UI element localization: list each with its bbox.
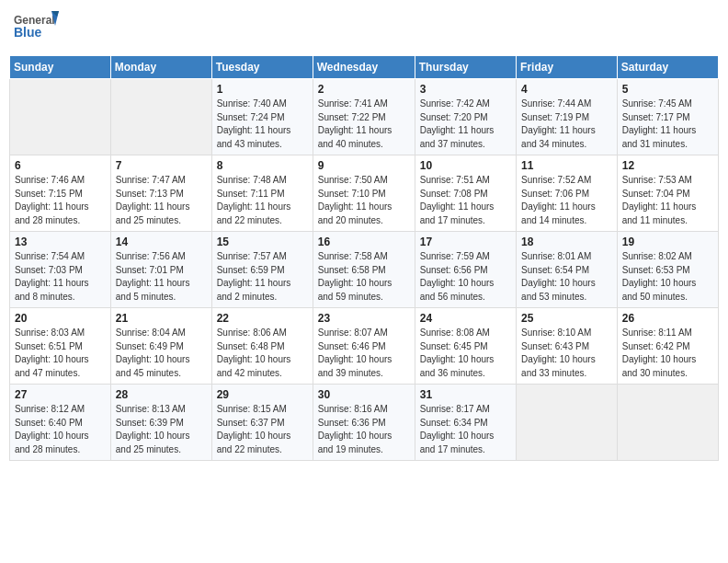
- calendar-week-row: 6Sunrise: 7:46 AMSunset: 7:15 PMDaylight…: [10, 155, 719, 232]
- day-info: Sunrise: 8:15 AMSunset: 6:37 PMDaylight:…: [217, 403, 308, 456]
- day-info: Sunrise: 7:54 AMSunset: 7:03 PMDaylight:…: [15, 250, 106, 304]
- day-number: 24: [420, 312, 511, 325]
- day-number: 18: [521, 236, 612, 248]
- day-info: Sunrise: 8:16 AMSunset: 6:36 PMDaylight:…: [318, 403, 410, 456]
- day-info: Sunrise: 7:56 AMSunset: 7:01 PMDaylight:…: [116, 250, 207, 304]
- calendar-cell: [517, 385, 618, 461]
- calendar-cell: 31Sunrise: 8:17 AMSunset: 6:34 PMDayligh…: [415, 385, 516, 461]
- day-number: 1: [217, 83, 308, 96]
- calendar-cell: [617, 385, 718, 461]
- day-number: 30: [318, 388, 410, 401]
- day-number: 31: [420, 388, 511, 401]
- calendar-cell: 3Sunrise: 7:42 AMSunset: 7:20 PMDaylight…: [415, 79, 516, 155]
- day-info: Sunrise: 8:13 AMSunset: 6:39 PMDaylight:…: [116, 403, 207, 456]
- day-info: Sunrise: 7:47 AMSunset: 7:13 PMDaylight:…: [116, 174, 207, 227]
- day-number: 14: [116, 236, 207, 248]
- day-info: Sunrise: 7:40 AMSunset: 7:24 PMDaylight:…: [217, 98, 308, 151]
- calendar-cell: 1Sunrise: 7:40 AMSunset: 7:24 PMDaylight…: [211, 79, 313, 155]
- calendar-cell: 6Sunrise: 7:46 AMSunset: 7:15 PMDaylight…: [10, 155, 111, 232]
- calendar-cell: 5Sunrise: 7:45 AMSunset: 7:17 PMDaylight…: [617, 79, 718, 155]
- day-number: 19: [622, 236, 713, 248]
- calendar-cell: [10, 79, 111, 155]
- day-number: 5: [622, 83, 713, 96]
- calendar-cell: 14Sunrise: 7:56 AMSunset: 7:01 PMDayligh…: [110, 232, 211, 308]
- day-number: 9: [318, 159, 410, 172]
- weekday-header-saturday: Saturday: [617, 56, 718, 79]
- day-info: Sunrise: 8:04 AMSunset: 6:49 PMDaylight:…: [116, 327, 207, 380]
- day-info: Sunrise: 7:42 AMSunset: 7:20 PMDaylight:…: [420, 98, 511, 151]
- weekday-header-tuesday: Tuesday: [211, 56, 313, 79]
- page-header: General Blue: [9, 9, 719, 48]
- calendar-week-row: 27Sunrise: 8:12 AMSunset: 6:40 PMDayligh…: [10, 385, 719, 461]
- day-number: 12: [622, 159, 713, 172]
- svg-text:Blue: Blue: [14, 25, 42, 40]
- day-info: Sunrise: 8:01 AMSunset: 6:54 PMDaylight:…: [521, 250, 612, 304]
- calendar-cell: 21Sunrise: 8:04 AMSunset: 6:49 PMDayligh…: [110, 308, 211, 385]
- calendar-cell: 12Sunrise: 7:53 AMSunset: 7:04 PMDayligh…: [617, 155, 718, 232]
- day-number: 16: [318, 236, 410, 248]
- day-info: Sunrise: 8:10 AMSunset: 6:43 PMDaylight:…: [521, 327, 612, 380]
- calendar-cell: 19Sunrise: 8:02 AMSunset: 6:53 PMDayligh…: [617, 232, 718, 308]
- calendar-cell: 8Sunrise: 7:48 AMSunset: 7:11 PMDaylight…: [211, 155, 313, 232]
- day-info: Sunrise: 7:59 AMSunset: 6:56 PMDaylight:…: [420, 250, 511, 304]
- day-number: 21: [116, 312, 207, 325]
- day-number: 8: [217, 159, 308, 172]
- calendar-cell: 18Sunrise: 8:01 AMSunset: 6:54 PMDayligh…: [517, 232, 618, 308]
- calendar-cell: 29Sunrise: 8:15 AMSunset: 6:37 PMDayligh…: [211, 385, 313, 461]
- day-info: Sunrise: 7:57 AMSunset: 6:59 PMDaylight:…: [217, 250, 308, 304]
- calendar-cell: 20Sunrise: 8:03 AMSunset: 6:51 PMDayligh…: [10, 308, 111, 385]
- day-info: Sunrise: 7:48 AMSunset: 7:11 PMDaylight:…: [217, 174, 308, 227]
- calendar-week-row: 1Sunrise: 7:40 AMSunset: 7:24 PMDaylight…: [10, 79, 719, 155]
- day-info: Sunrise: 7:41 AMSunset: 7:22 PMDaylight:…: [318, 98, 410, 151]
- calendar-cell: 2Sunrise: 7:41 AMSunset: 7:22 PMDaylight…: [313, 79, 415, 155]
- day-info: Sunrise: 7:44 AMSunset: 7:19 PMDaylight:…: [521, 98, 612, 151]
- day-number: 22: [217, 312, 308, 325]
- calendar-week-row: 13Sunrise: 7:54 AMSunset: 7:03 PMDayligh…: [10, 232, 719, 308]
- day-info: Sunrise: 8:02 AMSunset: 6:53 PMDaylight:…: [622, 250, 713, 304]
- day-number: 2: [318, 83, 410, 96]
- day-info: Sunrise: 8:08 AMSunset: 6:45 PMDaylight:…: [420, 327, 511, 380]
- day-number: 10: [420, 159, 511, 172]
- day-number: 17: [420, 236, 511, 248]
- calendar-cell: 22Sunrise: 8:06 AMSunset: 6:48 PMDayligh…: [211, 308, 313, 385]
- day-info: Sunrise: 7:50 AMSunset: 7:10 PMDaylight:…: [318, 174, 410, 227]
- day-info: Sunrise: 7:51 AMSunset: 7:08 PMDaylight:…: [420, 174, 511, 227]
- weekday-header-sunday: Sunday: [10, 56, 111, 79]
- day-number: 11: [521, 159, 612, 172]
- day-info: Sunrise: 8:06 AMSunset: 6:48 PMDaylight:…: [217, 327, 308, 380]
- day-info: Sunrise: 8:03 AMSunset: 6:51 PMDaylight:…: [15, 327, 106, 380]
- day-number: 27: [15, 388, 106, 401]
- calendar-table: SundayMondayTuesdayWednesdayThursdayFrid…: [9, 55, 719, 461]
- calendar-cell: 7Sunrise: 7:47 AMSunset: 7:13 PMDaylight…: [110, 155, 211, 232]
- calendar-cell: 23Sunrise: 8:07 AMSunset: 6:46 PMDayligh…: [313, 308, 415, 385]
- day-number: 3: [420, 83, 511, 96]
- day-number: 20: [15, 312, 106, 325]
- day-number: 13: [15, 236, 106, 248]
- calendar-cell: 13Sunrise: 7:54 AMSunset: 7:03 PMDayligh…: [10, 232, 111, 308]
- calendar-cell: 17Sunrise: 7:59 AMSunset: 6:56 PMDayligh…: [415, 232, 516, 308]
- calendar-cell: [110, 79, 211, 155]
- day-info: Sunrise: 8:12 AMSunset: 6:40 PMDaylight:…: [15, 403, 106, 456]
- day-number: 23: [318, 312, 410, 325]
- day-info: Sunrise: 7:58 AMSunset: 6:58 PMDaylight:…: [318, 250, 410, 304]
- calendar-cell: 16Sunrise: 7:58 AMSunset: 6:58 PMDayligh…: [313, 232, 415, 308]
- day-number: 25: [521, 312, 612, 325]
- calendar-cell: 25Sunrise: 8:10 AMSunset: 6:43 PMDayligh…: [517, 308, 618, 385]
- day-info: Sunrise: 7:46 AMSunset: 7:15 PMDaylight:…: [15, 174, 106, 227]
- day-info: Sunrise: 8:17 AMSunset: 6:34 PMDaylight:…: [420, 403, 511, 456]
- day-number: 26: [622, 312, 713, 325]
- weekday-header-thursday: Thursday: [415, 56, 516, 79]
- calendar-cell: 11Sunrise: 7:52 AMSunset: 7:06 PMDayligh…: [517, 155, 618, 232]
- weekday-header-wednesday: Wednesday: [313, 56, 415, 79]
- day-number: 28: [116, 388, 207, 401]
- day-number: 7: [116, 159, 207, 172]
- calendar-cell: 27Sunrise: 8:12 AMSunset: 6:40 PMDayligh…: [10, 385, 111, 461]
- weekday-header-friday: Friday: [517, 56, 618, 79]
- day-number: 4: [521, 83, 612, 96]
- day-info: Sunrise: 7:52 AMSunset: 7:06 PMDaylight:…: [521, 174, 612, 227]
- calendar-cell: 10Sunrise: 7:51 AMSunset: 7:08 PMDayligh…: [415, 155, 516, 232]
- calendar-cell: 28Sunrise: 8:13 AMSunset: 6:39 PMDayligh…: [110, 385, 211, 461]
- day-number: 29: [217, 388, 308, 401]
- day-info: Sunrise: 8:07 AMSunset: 6:46 PMDaylight:…: [318, 327, 410, 380]
- logo: General Blue: [13, 9, 59, 48]
